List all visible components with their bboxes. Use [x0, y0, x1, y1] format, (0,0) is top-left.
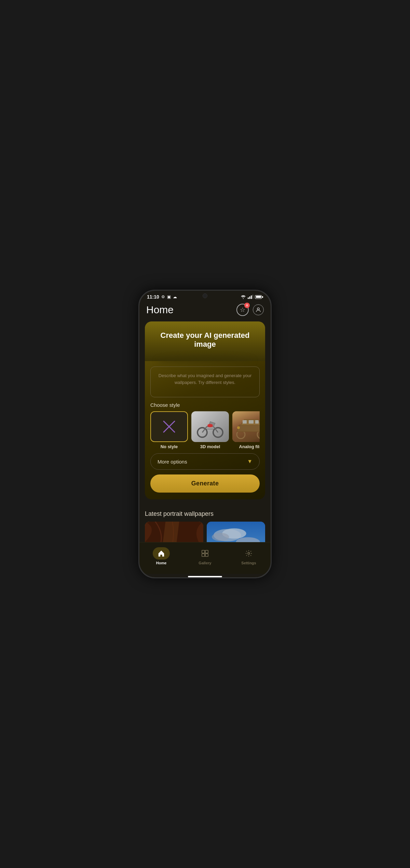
ai-card-body: Describe what you imagined and generate …	[145, 361, 265, 499]
analog-film-thumbnail	[232, 411, 260, 442]
header-icons: ☆ 0	[236, 304, 264, 316]
person-icon	[255, 307, 261, 313]
style-item-no-style[interactable]: No style	[150, 411, 188, 449]
bottom-navigation: Home Gallery	[139, 542, 271, 574]
wallpaper-item-2[interactable]	[207, 522, 265, 542]
generate-label: Generate	[191, 480, 219, 487]
x-icon	[159, 416, 179, 437]
cave-bg-1	[145, 522, 203, 542]
style-item-3d-model[interactable]: 3D model	[191, 411, 229, 449]
settings-nav-label: Settings	[241, 561, 256, 565]
3d-model-thumbnail	[191, 411, 229, 442]
home-indicator	[188, 576, 222, 577]
svg-rect-29	[205, 554, 208, 556]
svg-point-7	[207, 424, 213, 427]
svg-rect-28	[202, 554, 205, 556]
no-style-thumbnail	[150, 411, 188, 442]
settings-status-icon: ⚙	[161, 294, 165, 299]
chevron-down-icon: ▼	[247, 458, 252, 465]
generate-button[interactable]: Generate	[150, 474, 260, 493]
style-items-list: No style	[150, 411, 260, 449]
wallpapers-section-title: Latest portrait wallpapers	[145, 510, 265, 518]
scroll-content[interactable]: Home ☆ 0 Create y	[139, 301, 271, 542]
vintage-car-icon	[232, 411, 260, 442]
nav-item-settings[interactable]: Settings	[227, 545, 271, 567]
svg-rect-12	[255, 420, 259, 424]
svg-rect-0	[248, 298, 249, 299]
svg-point-4	[257, 308, 259, 310]
svg-rect-11	[249, 420, 254, 424]
svg-rect-26	[202, 550, 205, 553]
style-section: Choose style No style	[150, 402, 260, 449]
settings-icon	[245, 550, 252, 557]
svg-rect-10	[243, 420, 247, 424]
motorcycle-icon	[195, 415, 226, 439]
wallpapers-grid	[145, 522, 265, 542]
ai-card-header: Create your AI generated image	[145, 321, 265, 361]
home-icon-wrap	[153, 547, 170, 560]
cloud-status-icon: ☁	[173, 294, 177, 299]
more-options-button[interactable]: More options ▼	[150, 453, 260, 470]
style-item-analog-film[interactable]: Analog film	[232, 411, 260, 449]
sim-status-icon: ▣	[167, 294, 171, 299]
home-nav-label: Home	[156, 561, 167, 565]
prompt-input-area[interactable]: Describe what you imagined and generate …	[150, 367, 260, 397]
status-left: 11:10 ⚙ ▣ ☁	[147, 294, 177, 300]
phone-screen: 11:10 ⚙ ▣ ☁	[139, 291, 271, 577]
svg-rect-1	[249, 297, 250, 299]
wallpapers-section: Latest portrait wallpapers	[139, 505, 271, 542]
svg-point-30	[248, 552, 250, 554]
gallery-nav-label: Gallery	[199, 561, 211, 565]
svg-rect-3	[252, 295, 254, 299]
no-style-label: No style	[150, 444, 188, 449]
camera-notch	[203, 293, 207, 298]
status-time: 11:10	[147, 294, 159, 300]
3d-model-label: 3D model	[191, 444, 229, 449]
style-label: Choose style	[150, 402, 260, 408]
analog-film-label: Analog film	[232, 444, 260, 449]
ai-card-title: Create your AI generated image	[152, 331, 258, 349]
svg-rect-27	[205, 550, 208, 553]
page-title: Home	[146, 304, 174, 316]
phone-frame: 11:10 ⚙ ▣ ☁	[138, 290, 272, 578]
app-header: Home ☆ 0	[139, 301, 271, 319]
battery-icon	[255, 295, 263, 299]
favorites-button[interactable]: ☆ 0	[236, 304, 249, 316]
svg-point-13	[237, 426, 240, 429]
signal-icon	[248, 295, 253, 299]
sky-bg	[207, 522, 265, 542]
nav-item-home[interactable]: Home	[139, 545, 183, 567]
home-icon	[158, 550, 165, 557]
profile-button[interactable]	[253, 304, 264, 315]
wifi-icon	[241, 295, 246, 299]
status-right	[241, 295, 263, 299]
favorites-badge: 0	[244, 303, 250, 308]
gallery-icon	[201, 550, 209, 557]
svg-point-21	[212, 533, 229, 541]
gallery-icon-wrap	[196, 547, 214, 560]
more-options-label: More options	[158, 459, 187, 465]
star-icon: ☆	[240, 306, 245, 314]
nav-item-gallery[interactable]: Gallery	[183, 545, 227, 567]
svg-rect-2	[251, 295, 252, 299]
prompt-placeholder: Describe what you imagined and generate …	[156, 372, 254, 386]
wallpaper-item-1[interactable]	[145, 522, 203, 542]
settings-icon-wrap	[240, 547, 257, 560]
ai-generation-card: Create your AI generated image Describe …	[145, 321, 265, 499]
